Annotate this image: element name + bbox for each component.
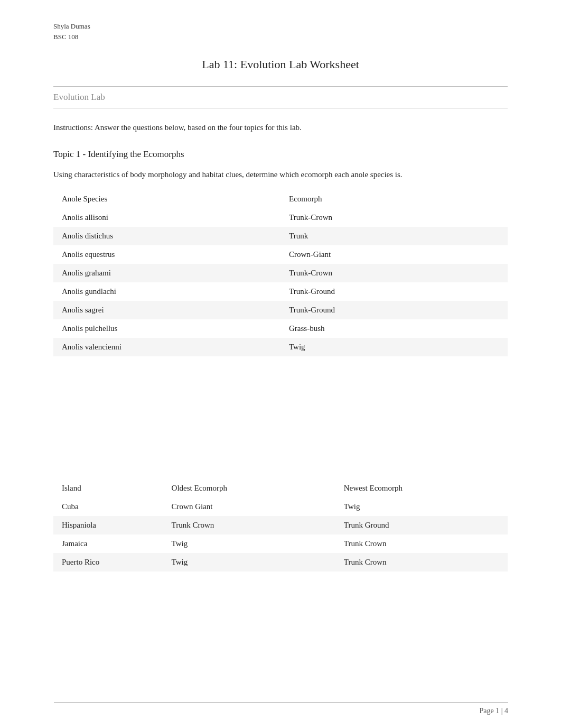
author-name: Shyla Dumas: [53, 21, 508, 32]
ecomorph-cell: Trunk-Ground: [280, 301, 508, 319]
topic1-description: Using characteristics of body morphology…: [53, 170, 508, 179]
oldest-cell: Twig: [163, 535, 335, 553]
page-number: Page 1 | 4: [479, 707, 508, 715]
species-cell: Anolis gundlachi: [53, 282, 280, 301]
ecomorph-cell: Grass-bush: [280, 319, 508, 338]
island-cell: Jamaica: [53, 535, 163, 553]
table-row: Anolis valencienni Twig: [53, 338, 508, 356]
instructions-text: Instructions: Answer the questions below…: [53, 123, 508, 132]
col-island-header: Island: [53, 479, 163, 497]
island-cell: Cuba: [53, 497, 163, 516]
oldest-cell: Trunk Crown: [163, 516, 335, 535]
island-header-row: Island Oldest Ecomorph Newest Ecomorph: [53, 479, 508, 497]
ecomorph-cell: Trunk-Crown: [280, 264, 508, 282]
page-footer: Page 1 | 4: [54, 702, 508, 715]
species-cell: Anolis equestrus: [53, 245, 280, 264]
page-title: Lab 11: Evolution Lab Worksheet: [53, 58, 508, 71]
species-cell: Anolis grahami: [53, 264, 280, 282]
table-row: Anolis allisoni Trunk-Crown: [53, 208, 508, 227]
table-row: Anolis pulchellus Grass-bush: [53, 319, 508, 338]
table-row: Anolis gundlachi Trunk-Ground: [53, 282, 508, 301]
species-cell: Anolis allisoni: [53, 208, 280, 227]
ecomorph-cell: Crown-Giant: [280, 245, 508, 264]
table-row: Cuba Crown Giant Twig: [53, 497, 508, 516]
newest-cell: Twig: [335, 497, 508, 516]
section-header: Evolution Lab: [53, 86, 508, 108]
species-cell: Anolis sagrei: [53, 301, 280, 319]
col-ecomorph-header: Ecomorph: [280, 190, 508, 208]
table-row: Jamaica Twig Trunk Crown: [53, 535, 508, 553]
table-row: Hispaniola Trunk Crown Trunk Ground: [53, 516, 508, 535]
anole-table: Anole Species Ecomorph Anolis allisoni T…: [53, 190, 508, 356]
ecomorph-cell: Twig: [280, 338, 508, 356]
section-label: Evolution Lab: [53, 92, 105, 102]
newest-cell: Trunk Ground: [335, 516, 508, 535]
oldest-cell: Crown Giant: [163, 497, 335, 516]
table-row: Anolis grahami Trunk-Crown: [53, 264, 508, 282]
ecomorph-cell: Trunk-Crown: [280, 208, 508, 227]
spacer: [53, 373, 508, 479]
author-course: BSC 108: [53, 32, 508, 42]
newest-cell: Trunk Crown: [335, 553, 508, 572]
table-row: Anolis sagrei Trunk-Ground: [53, 301, 508, 319]
newest-cell: Trunk Crown: [335, 535, 508, 553]
ecomorph-cell: Trunk: [280, 227, 508, 245]
species-cell: Anolis distichus: [53, 227, 280, 245]
table-row: Puerto Rico Twig Trunk Crown: [53, 553, 508, 572]
island-table: Island Oldest Ecomorph Newest Ecomorph C…: [53, 479, 508, 572]
col-species-header: Anole Species: [53, 190, 280, 208]
species-cell: Anolis valencienni: [53, 338, 280, 356]
ecomorph-cell: Trunk-Ground: [280, 282, 508, 301]
author-block: Shyla Dumas BSC 108: [53, 21, 508, 42]
table-row: Anolis equestrus Crown-Giant: [53, 245, 508, 264]
species-cell: Anolis pulchellus: [53, 319, 280, 338]
island-cell: Hispaniola: [53, 516, 163, 535]
col-newest-header: Newest Ecomorph: [335, 479, 508, 497]
oldest-cell: Twig: [163, 553, 335, 572]
island-cell: Puerto Rico: [53, 553, 163, 572]
table-header-row: Anole Species Ecomorph: [53, 190, 508, 208]
topic1-title: Topic 1 - Identifying the Ecomorphs: [53, 149, 508, 160]
col-oldest-header: Oldest Ecomorph: [163, 479, 335, 497]
table-row: Anolis distichus Trunk: [53, 227, 508, 245]
